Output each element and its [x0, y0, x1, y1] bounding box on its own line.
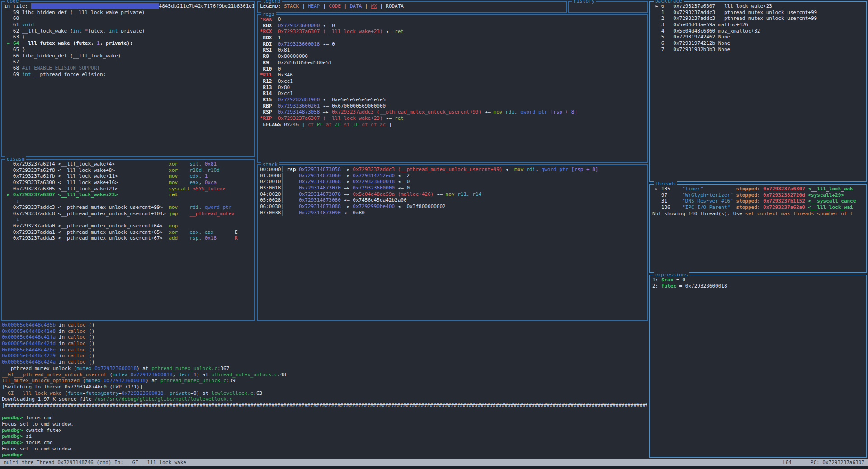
expression-row: 2: futex = 0x729323600018 [652, 283, 864, 289]
legend-line: LEGEND: STACK | HEAP | CODE | DATA | WX … [260, 3, 564, 9]
code-line: 65 } [4, 47, 252, 53]
pwndbg-terminal: { "colors":{ "background":"#252a33","pan… [0, 0, 868, 469]
status-line-number: L64 [783, 460, 792, 465]
disassembly-row: 0x7293237addc3 <__pthread_mutex_unlock_u… [4, 204, 252, 211]
disassembly-row: 0x7293237a62f8 <__lll_lock_wake+8> xor r… [4, 167, 252, 174]
cmd-output-line: 0x00005e04d48c41e8 in calloc () [2, 328, 647, 335]
bottom-strip [0, 466, 868, 469]
disassembly-row: 0x7293237a62f4 <__lll_lock_wake+4> xor s… [4, 161, 252, 167]
backtrace-frame: 6 0x72931974212b None [652, 40, 864, 47]
thread-row: ► 135 "Timer" stopped: 0x7293237a6307 <_… [652, 186, 864, 192]
thread-row: 97 "WrGlyph~terizer" stopped: 0x72932382… [652, 192, 864, 199]
register-row: R14 0xcc1 [260, 90, 645, 97]
command-window[interactable]: 0x00005e04d48c435b in calloc ()0x00005e0… [2, 322, 647, 458]
cmd-output-line: Focus set to cmd window. [2, 421, 647, 427]
status-thread-info: multi-thre Thread 0x7293148746 (cmd) In:… [4, 460, 186, 465]
stack-row: 05:0028│ 0x729314873080 ◂— 0x7456e45da42… [260, 197, 645, 204]
backtrace-frame: 5 0x729319742462 None [652, 34, 864, 40]
register-row: EFLAGS 0x246 [ cf PF af ZF sf IF df of a… [260, 122, 645, 128]
register-row: *RCX 0x7293237a6307 (__lll_lock_wake+23)… [260, 28, 645, 35]
backtrace-frame: 3 0x5e04d48ae59a malloc+426 [652, 22, 864, 28]
register-row: RDX 1 [260, 35, 645, 41]
disassembly-row: 0x7293237adda0 <__pthread_mutex_unlock_u… [4, 223, 252, 229]
register-row: R15 0x729282d8f900 ◂— 0xe5e5e5e5e5e5e5e5 [260, 97, 645, 103]
backtrace-frame: 2 0x7293237addc3 __pthread_mutex_unlock_… [652, 15, 864, 22]
cmd-output-line: Downloading 1.97 K source file /usr/src/… [2, 396, 647, 403]
register-row: RBP 0x729323600201 ◂— 0x6700000569000000 [260, 103, 645, 109]
status-bar: multi-thre Thread 0x7293148746 (cmd) In:… [0, 459, 868, 466]
stack-row: 02:0010│ 0x729314873068 —▸ 0x72932360001… [260, 179, 645, 185]
register-row: R13 0x80 [260, 85, 645, 91]
register-row: R12 0xcc1 [260, 78, 645, 85]
disassembly-panel-title: disasm [5, 156, 26, 162]
code-panel-title: code [5, 0, 20, 5]
disassembly-row: 0x7293237a6300 <__lll_lock_wake+16> mov … [4, 180, 252, 186]
backtrace-panel-title: backtrace [654, 0, 684, 5]
cmd-output-line: pwndbg> focus cmd [2, 440, 647, 446]
threads-panel-title: threads [654, 181, 677, 187]
cmd-output-line: __GI___lll_lock_wake (futex=futex@entry=… [2, 390, 647, 397]
register-row: R9 0x2d561850ed580e51 [260, 60, 645, 66]
disassembly-row: 0x7293237a62fb <__lll_lock_wake+11> mov … [4, 173, 252, 180]
stack-row: 00:0000│ rsp 0x729314873058 —▸ 0x7293237… [260, 166, 645, 173]
status-right-group: L64PC: 0x7293237a6307 [764, 460, 864, 465]
register-row: *RAX 0 [260, 16, 645, 23]
backtrace-content: ► 0 0x7293237a6307 __lll_lock_wake+23 1 … [650, 2, 866, 181]
thread-row: Not showing 140 thread(s). Use set conte… [652, 211, 864, 217]
stack-content: 00:0000│ rsp 0x729314873058 —▸ 0x7293237… [258, 165, 647, 320]
register-row: R8 0x80008000 [260, 53, 645, 60]
stack-row: 01:0008│ 0x729314873060 —▸ 0x729314752ed… [260, 173, 645, 179]
code-line: 63 { [4, 34, 252, 40]
backtrace-frame: 4 0x5e04d48c6860 moz_xmalloc+32 [652, 28, 864, 34]
cmd-output-line: 0x00005e04d48c41fa in calloc () [2, 334, 647, 341]
cmd-output-line: 0x00005e04d48c4239 in calloc () [2, 353, 647, 359]
code-line: 67 [4, 59, 252, 65]
stack-row: 07:0038│ 0x729314873090 ◂— 0x80 [260, 210, 645, 216]
cmd-output-line: pwndbg> cwatch futex [2, 427, 647, 434]
expressions-panel-title: expressions [654, 272, 689, 278]
backtrace-frame: 1 0x7293237addc3 __pthread_mutex_unlock_… [652, 9, 864, 16]
cmd-output-line: 0x00005e04d48c424a in calloc () [2, 359, 647, 365]
legend-panel: legend LEGEND: STACK | HEAP | CODE | DAT… [257, 1, 567, 13]
disassembly-content: 0x7293237a62f4 <__lll_lock_wake+4> xor s… [2, 160, 254, 320]
register-row: RDI 0x729323600018 ◂— 0 [260, 41, 645, 47]
code-panel: code In file: 4845db211e7b42c7176f9be21b… [1, 1, 255, 157]
code-file-hash: 4845db211e7b42c7176f9be21b8301e13e [159, 3, 254, 9]
cmd-output-line: pwndbg> si [2, 433, 647, 440]
threads-panel: threads ► 135 "Timer" stopped: 0x7293237… [649, 184, 867, 273]
code-line: 68 #if ENABLE_ELISION_SUPPORT [4, 65, 252, 71]
cmd-output-line: lll_mutex_unlock_optimized (mutex=0x7293… [2, 378, 647, 384]
code-line: 69 int __pthread_force_elision; [4, 71, 252, 78]
registers-content: *RAX 0 RBX 0x729323600000 ◂— 0*RCX 0x729… [258, 15, 647, 162]
status-pc: PC: 0x7293237a6307 [811, 460, 864, 465]
stack-panel: stack 00:0000│ rsp 0x729314873058 —▸ 0x7… [257, 164, 648, 321]
disassembly-row: ↓ [4, 217, 252, 223]
backtrace-frame: 7 0x72931982b3b3 None [652, 47, 864, 53]
code-file-header: In file: 4845db211e7b42c7176f9be21b8301e… [4, 3, 252, 9]
backtrace-frame: ► 0 0x7293237a6307 __lll_lock_wake+23 [652, 3, 864, 9]
code-line: 60 [4, 15, 252, 22]
cmd-output-line: [#######################################… [2, 403, 647, 409]
cmd-output-line: 0x00005e04d48c42fd in calloc () [2, 341, 647, 347]
disassembly-row: 0x7293237addc8 <__pthread_mutex_unlock_u… [4, 211, 252, 217]
disassembly-row: 0x7293237a6305 <__lll_lock_wake+21> sysc… [4, 186, 252, 192]
cmd-output-line: Focus set to cmd window. [2, 446, 647, 452]
backtrace-panel: backtrace ► 0 0x7293237a6307 __lll_lock_… [649, 1, 867, 182]
legend-panel-title: legend [261, 0, 282, 5]
disassembly-panel: disasm 0x7293237a62f4 <__lll_lock_wake+4… [1, 159, 255, 321]
registers-panel: regs *RAX 0 RBX 0x729323600000 ◂— 0*RCX … [257, 14, 648, 163]
register-row: R10 0 [260, 66, 645, 72]
stack-row: 06:0030│ 0x729314873088 —▸ 0x7292990be40… [260, 204, 645, 210]
disassembly-row: ► 0x7293237a6307 <__lll_lock_wake+23> re… [4, 192, 252, 198]
cmd-output-line: [Switching to Thread 0x7293148746c0 (LWP… [2, 384, 647, 390]
cmd-output-line: 0x00005e04d48c435b in calloc () [2, 322, 647, 328]
stack-panel-title: stack [261, 161, 279, 168]
disassembly-row: ↓ [4, 198, 252, 204]
cmd-output-line: __GI___pthread_mutex_unlock_usercnt (mut… [2, 372, 647, 378]
code-line: 59 libc_hidden_def (__lll_lock_wake_priv… [4, 9, 252, 16]
register-row: RBX 0x729323600000 ◂— 0 [260, 23, 645, 29]
expressions-panel: expressions 1: $rax = 02: futex = 0x7293… [649, 275, 867, 458]
code-source-listing: 59 libc_hidden_def (__lll_lock_wake_priv… [4, 9, 252, 78]
thread-row: 136 "IPC I/O Parent" stopped: 0x7293237a… [652, 204, 864, 211]
register-row: *R11 0x346 [260, 72, 645, 78]
